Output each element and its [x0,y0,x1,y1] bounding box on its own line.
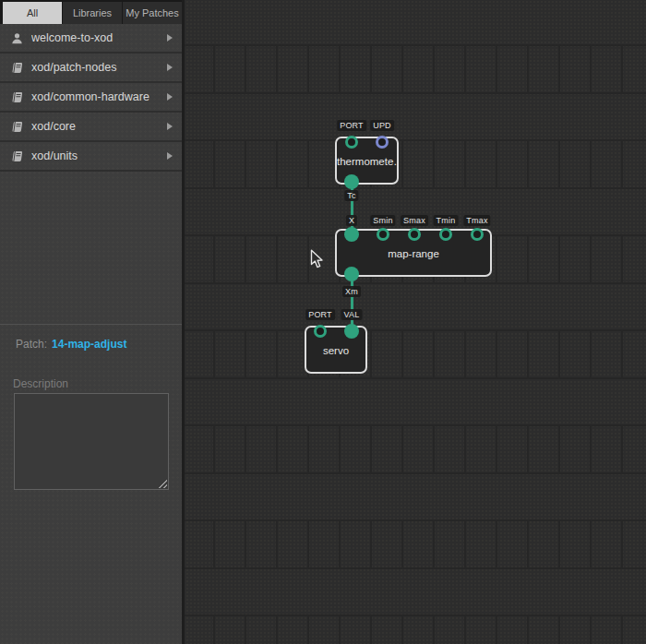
expand-arrow-icon [167,64,173,71]
grid-band [182,329,646,379]
pin-map-range-smin-input[interactable] [377,228,389,241]
library-item-xod-units[interactable]: xod/units [0,142,182,172]
patch-canvas[interactable] [182,0,646,644]
pin-label-smin: Smin [370,215,395,226]
pin-map-range-smax-input[interactable] [408,228,421,241]
pin-label-upd: UPD [370,120,394,131]
xod-ide-window: thermomete… PORT UPD Tc map-range X Smin… [0,0,646,644]
pin-map-range-tmin-input[interactable] [439,228,452,241]
library-item-welcome-to-xod[interactable]: welcome-to-xod [0,24,182,54]
node-servo-label: servo [306,345,365,356]
expand-arrow-icon [167,123,173,130]
expand-arrow-icon [167,34,173,42]
patch-label: Patch: [16,338,47,351]
book-icon [11,121,23,133]
book-icon [11,150,23,162]
grid-band [182,424,646,474]
grid-band [182,519,646,569]
pin-label-servo-port: PORT [305,309,335,320]
patch-name-link[interactable]: 14-map-adjust [52,338,126,351]
pin-thermometer-tc-output[interactable] [344,174,359,189]
pin-thermometer-upd-input[interactable] [376,136,389,149]
pin-servo-val-input[interactable] [344,324,359,339]
mouse-cursor-icon [310,249,324,273]
pin-map-range-x-input[interactable] [344,227,359,242]
pin-label-tc: Tc [344,190,358,201]
pin-label-smax: Smax [401,215,428,226]
expand-arrow-icon [167,93,173,101]
grid-band [182,44,646,94]
library-item-xod-core[interactable]: xod/core [0,113,182,142]
pin-map-range-tmax-input[interactable] [471,228,484,241]
description-textarea[interactable] [14,393,169,490]
pin-label-xm: Xm [342,286,361,297]
library-item-label: xod/units [31,149,167,162]
library-item-label: xod/patch-nodes [31,61,167,74]
library-item-label: xod/common-hardware [31,90,167,103]
book-icon [11,91,23,103]
book-icon [11,62,23,74]
library-item-xod-patch-nodes[interactable]: xod/patch-nodes [0,54,182,83]
grid-band [182,614,646,644]
tab-all[interactable]: All [3,2,62,24]
user-icon [11,32,23,44]
pin-label-tmin: Tmin [434,215,459,226]
pin-label-servo-val: VAL [341,309,363,320]
current-patch-row: Patch:14-map-adjust [16,338,126,351]
grid-band [182,139,646,189]
project-browser-sidebar: All Libraries My Patches welcome-to-xod [0,0,185,644]
pin-label-tmax: Tmax [463,215,490,226]
node-map-range-label: map-range [337,248,490,259]
expand-arrow-icon [167,152,173,160]
library-item-label: welcome-to-xod [31,31,167,44]
pin-servo-port-input[interactable] [314,325,327,338]
tab-libraries[interactable]: Libraries [63,2,122,24]
sidebar-divider [0,324,182,325]
library-item-label: xod/core [31,120,167,133]
pin-map-range-xm-output[interactable] [344,267,359,281]
description-label: Description [13,377,68,390]
link-map-range-to-servo[interactable] [351,274,353,331]
library-item-xod-common-hardware[interactable]: xod/common-hardware [0,83,182,113]
browser-tabbar: All Libraries My Patches [0,0,182,24]
tab-my-patches[interactable]: My Patches [123,2,182,24]
pin-label-x: X [346,215,357,226]
pin-label-port: PORT [337,120,366,131]
pin-thermometer-port-input[interactable] [345,136,358,149]
node-thermometer-label: thermomete… [337,156,397,167]
library-list: welcome-to-xod xod/patch-nodes [0,24,182,172]
